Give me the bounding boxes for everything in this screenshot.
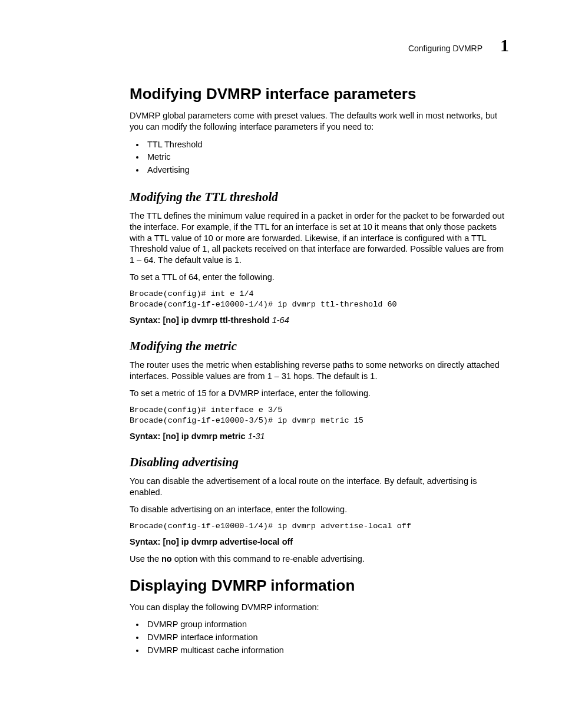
cli-block: Brocade(config)# int e 1/4 Brocade(confi… xyxy=(130,289,509,310)
list-item: Metric xyxy=(145,151,509,164)
list-item: DVMRP interface information xyxy=(145,631,509,644)
section-heading-modify-params: Modifying DVMRP interface parameters xyxy=(130,85,509,103)
body-text: To set a TTL of 64, enter the following. xyxy=(130,272,509,283)
list-item: DVMRP multicast cache information xyxy=(145,644,509,657)
cli-block: Brocade(config-if-e10000-1/4)# ip dvmrp … xyxy=(130,521,509,532)
section-heading-display-info: Displaying DVMRP information xyxy=(130,577,509,595)
syntax-label: Syntax: xyxy=(130,537,160,546)
subsection-heading-metric: Modifying the metric xyxy=(130,339,509,354)
body-text: The router uses the metric when establis… xyxy=(130,360,509,382)
text-bold: no xyxy=(161,554,172,564)
syntax-label: Syntax: xyxy=(130,431,160,441)
cli-block: Brocade(config)# interface e 3/5 Brocade… xyxy=(130,405,509,426)
text-fragment: option with this command to re-enable ad… xyxy=(172,554,365,564)
list-item: Advertising xyxy=(145,164,509,177)
syntax-arg: 1-31 xyxy=(248,431,265,441)
list-item: DVMRP group information xyxy=(145,618,509,631)
body-text: To set a metric of 15 for a DVMRP interf… xyxy=(130,388,509,399)
body-text: To disable advertising on an interface, … xyxy=(130,504,509,515)
syntax-command: [no] ip dvmrp metric xyxy=(160,431,247,441)
body-text: You can disable the advertisement of a l… xyxy=(130,476,509,498)
syntax-line: Syntax: [no] ip dvmrp metric 1-31 xyxy=(130,431,509,442)
bullet-list: DVMRP group information DVMRP interface … xyxy=(130,618,509,657)
syntax-command: [no] ip dvmrp advertise-local off xyxy=(160,537,293,546)
syntax-label: Syntax: xyxy=(130,315,160,325)
subsection-heading-advertising: Disabling advertising xyxy=(130,455,509,470)
running-header: Configuring DVMRP 1 xyxy=(130,35,509,55)
body-text: Use the no option with this command to r… xyxy=(130,554,509,565)
document-page: Configuring DVMRP 1 Modifying DVMRP inte… xyxy=(0,0,562,711)
bullet-list: TTL Threshold Metric Advertising xyxy=(130,139,509,177)
body-text: DVMRP global parameters come with preset… xyxy=(130,110,509,133)
running-title: Configuring DVMRP xyxy=(408,44,482,53)
syntax-arg: 1-64 xyxy=(272,315,289,325)
body-text: The TTL defines the minimum value requir… xyxy=(130,210,509,266)
body-text: You can display the following DVMRP info… xyxy=(130,602,509,613)
text-fragment: Use the xyxy=(130,554,161,564)
syntax-line: Syntax: [no] ip dvmrp ttl-threshold 1-64 xyxy=(130,315,509,326)
list-item: TTL Threshold xyxy=(145,139,509,151)
chapter-number: 1 xyxy=(500,35,509,55)
syntax-line: Syntax: [no] ip dvmrp advertise-local of… xyxy=(130,536,509,548)
subsection-heading-ttl: Modifying the TTL threshold xyxy=(130,190,509,205)
syntax-command: [no] ip dvmrp ttl-threshold xyxy=(160,315,272,325)
